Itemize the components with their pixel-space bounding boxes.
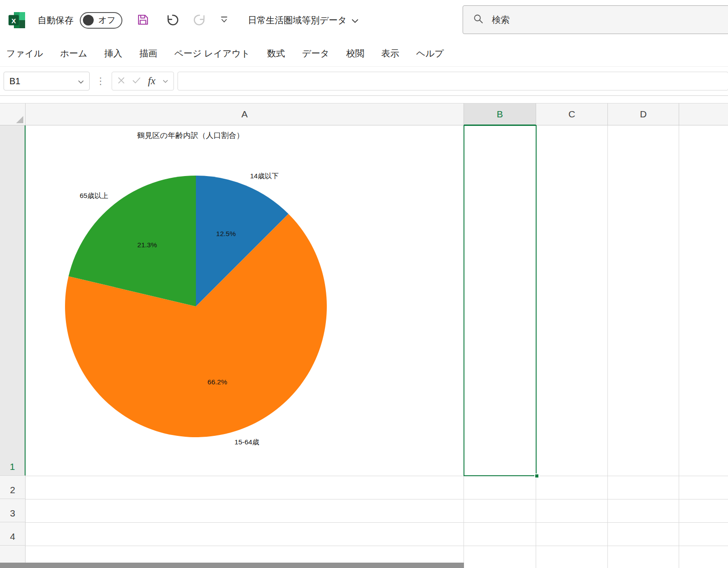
checkmark-icon (132, 78, 141, 85)
chevron-down-icon[interactable] (163, 77, 168, 85)
autosave-toggle[interactable]: オフ (80, 12, 122, 29)
cancel-button[interactable] (117, 77, 125, 86)
name-box[interactable]: B1 (4, 72, 90, 90)
overline-chevron-icon (219, 15, 229, 26)
column-header-d[interactable]: D (608, 103, 679, 125)
pie-chart-svg: 14歳以下12.5%15-64歳66.2%65歳以上21.3%鶴見区の年齢内訳（… (26, 125, 464, 476)
gridline (26, 546, 728, 546)
redo-arrow-icon (192, 13, 207, 28)
tab-view[interactable]: 表示 (373, 40, 408, 66)
column-header-b[interactable]: B (464, 103, 536, 125)
pie-slice-label-1: 15-64歳 (234, 438, 259, 446)
select-all-corner[interactable] (0, 103, 26, 125)
row-header-3[interactable]: 3 (0, 499, 26, 522)
tab-insert[interactable]: 挿入 (96, 40, 131, 66)
tab-help[interactable]: ヘルプ (408, 40, 452, 66)
tab-formulas[interactable]: 数式 (259, 40, 294, 66)
tab-file[interactable]: ファイル (0, 40, 52, 66)
chevron-down-icon (351, 15, 359, 26)
toggle-knob-icon (83, 15, 94, 26)
pie-slice-percent-0: 12.5% (216, 230, 236, 237)
chevron-down-icon (78, 76, 84, 86)
column-header-c[interactable]: C (536, 103, 608, 125)
excel-logo-icon[interactable]: X (8, 12, 26, 29)
tab-home[interactable]: ホーム (52, 40, 96, 66)
autosave-state: オフ (98, 14, 116, 26)
corner-triangle-icon (16, 116, 23, 123)
save-button[interactable] (133, 10, 153, 30)
pie-slice-percent-1: 66.2% (208, 378, 227, 386)
column-header-a[interactable]: A (26, 103, 464, 125)
title-bar: X 自動保存 オフ (0, 0, 728, 40)
formula-buttons-group: fx (112, 72, 174, 90)
save-floppy-icon (136, 13, 150, 28)
tab-draw[interactable]: 描画 (131, 40, 166, 66)
svg-text:X: X (11, 17, 16, 25)
pie-slice-label-2: 65歳以上 (80, 192, 108, 199)
tab-data[interactable]: データ (294, 40, 338, 66)
pie-chart-title: 鶴見区の年齢内訳（人口割合） (137, 131, 244, 140)
document-title[interactable]: 日常生活圏域等別データ (248, 14, 359, 26)
gridline (26, 476, 728, 476)
gridline (26, 499, 728, 499)
search-box[interactable]: 検索 (463, 5, 728, 34)
name-box-value: B1 (9, 76, 20, 86)
selected-cell-b1[interactable] (464, 125, 537, 476)
row-header-2[interactable]: 2 (0, 476, 26, 499)
quick-access-menu-button[interactable] (217, 10, 232, 30)
row-header-4[interactable]: 4 (0, 522, 26, 546)
enter-button[interactable] (132, 77, 141, 85)
search-icon (473, 13, 484, 26)
tab-page-layout[interactable]: ページ レイアウト (166, 40, 259, 66)
spreadsheet: A B C D 1 2 3 4 14歳以下12.5%15-64歳66.2%65歳… (0, 96, 728, 568)
fx-icon: fx (148, 75, 156, 86)
separator-dots-icon: ⋮ (96, 76, 105, 86)
insert-function-button[interactable]: fx (148, 75, 156, 87)
autosave-label: 自動保存 (38, 14, 74, 26)
gridline (26, 522, 728, 523)
gridline (679, 125, 679, 568)
search-placeholder: 検索 (492, 14, 510, 26)
embedded-pie-chart[interactable]: 14歳以下12.5%15-64歳66.2%65歳以上21.3%鶴見区の年齢内訳（… (26, 125, 464, 476)
bottom-partial-bar (0, 563, 464, 568)
redo-button[interactable] (190, 10, 209, 30)
column-header-partial[interactable] (679, 103, 728, 125)
undo-arrow-icon (165, 13, 180, 28)
tab-review[interactable]: 校閲 (338, 40, 373, 66)
ribbon-tab-bar: ファイル ホーム 挿入 描画 ページ レイアウト 数式 データ 校閲 表示 ヘル… (0, 40, 728, 66)
fill-handle[interactable] (534, 473, 539, 478)
autosave-control: 自動保存 オフ (38, 12, 122, 29)
pie-slice-percent-2: 21.3% (137, 241, 157, 249)
formula-input[interactable] (178, 72, 728, 90)
cancel-x-icon (117, 79, 125, 86)
pie-slice-label-0: 14歳以下 (250, 172, 279, 180)
formula-bar: B1 ⋮ fx (0, 66, 728, 96)
undo-button[interactable] (163, 10, 182, 30)
document-title-text: 日常生活圏域等別データ (248, 14, 347, 26)
row-header-1[interactable]: 1 (0, 125, 26, 476)
gridline (607, 125, 608, 568)
